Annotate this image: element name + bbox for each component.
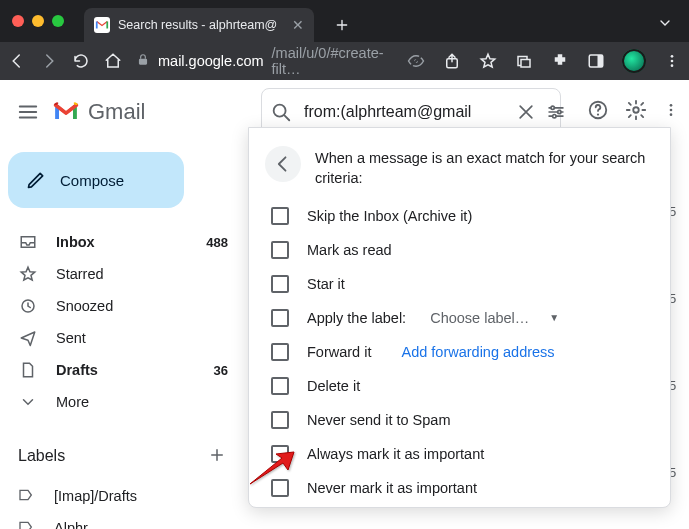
sidebar-item-snoozed[interactable]: Snoozed xyxy=(8,290,240,322)
panel-title: When a message is an exact match for you… xyxy=(315,146,654,189)
window-controls xyxy=(12,15,64,27)
eye-icon[interactable] xyxy=(406,51,426,71)
compose-button[interactable]: Compose xyxy=(8,152,184,208)
sidebar-item-more[interactable]: More xyxy=(8,386,240,418)
share-icon[interactable] xyxy=(442,51,462,71)
label-text: Alphr xyxy=(54,520,88,529)
url-bar[interactable]: mail.google.com/mail/u/0/#create-filt… xyxy=(136,45,384,77)
browser-tab[interactable]: Search results - alphrteam@ ✕ xyxy=(84,8,314,42)
svg-point-10 xyxy=(670,64,673,67)
checkbox[interactable] xyxy=(271,241,289,259)
sidebar-item-drafts[interactable]: Drafts 36 xyxy=(8,354,240,386)
star-icon[interactable] xyxy=(478,51,498,71)
gmail-logo-icon xyxy=(52,98,80,126)
sidebar-item-starred[interactable]: Starred xyxy=(8,258,240,290)
option-never-important: Never mark it as important xyxy=(271,479,654,497)
checkbox[interactable] xyxy=(271,411,289,429)
option-apply-label: Apply the label: Choose label… ▼ xyxy=(271,309,654,327)
sidebar-item-label: Starred xyxy=(56,266,210,282)
maximize-icon[interactable] xyxy=(52,15,64,27)
svg-point-14 xyxy=(551,106,554,109)
option-label: Never mark it as important xyxy=(307,480,477,496)
option-label: Skip the Inbox (Archive it) xyxy=(307,208,472,224)
main-content: 5555 When a message is an exact match fo… xyxy=(248,144,689,529)
extensions-icon[interactable] xyxy=(550,51,570,71)
sidebar-item-label: Drafts xyxy=(56,362,196,378)
list-row-fragment: 5 xyxy=(669,204,689,219)
browser-address-bar: mail.google.com/mail/u/0/#create-filt… xyxy=(0,42,689,80)
settings-icon[interactable] xyxy=(625,99,647,125)
sidepanel-icon[interactable] xyxy=(586,51,606,71)
send-icon xyxy=(18,328,38,348)
search-icon[interactable] xyxy=(270,101,292,123)
checkbox[interactable] xyxy=(271,309,289,327)
option-star-it: Star it xyxy=(271,275,654,293)
gmail-favicon-icon xyxy=(94,17,110,33)
label-icon xyxy=(18,487,36,505)
close-icon[interactable] xyxy=(12,15,24,27)
option-label: Star it xyxy=(307,276,345,292)
tab-list-button[interactable] xyxy=(657,15,673,35)
svg-point-21 xyxy=(670,109,673,112)
checkbox[interactable] xyxy=(271,445,289,463)
create-filter-panel: When a message is an exact match for you… xyxy=(248,127,671,508)
sidebar-item-count: 36 xyxy=(214,363,228,378)
checkbox[interactable] xyxy=(271,343,289,361)
checkbox[interactable] xyxy=(271,377,289,395)
gmail-wordmark: Gmail xyxy=(88,99,145,125)
tabgroup-icon[interactable] xyxy=(514,51,534,71)
home-icon[interactable] xyxy=(104,51,122,71)
checkbox[interactable] xyxy=(271,207,289,225)
gmail-brand[interactable]: Gmail xyxy=(52,98,145,126)
gmail-sidebar: Compose Inbox 488 Starred Snoozed Sent D… xyxy=(0,144,248,529)
checkbox[interactable] xyxy=(271,275,289,293)
url-host: mail.google.com xyxy=(158,53,264,69)
help-icon[interactable] xyxy=(587,99,609,125)
add-label-icon[interactable] xyxy=(208,446,228,466)
forward-icon xyxy=(40,51,58,71)
kebab-icon[interactable] xyxy=(663,102,679,122)
add-forwarding-link[interactable]: Add forwarding address xyxy=(401,344,554,360)
list-row-fragment: 5 xyxy=(669,465,689,480)
svg-point-8 xyxy=(670,55,673,58)
label-item[interactable]: [Imap]/Drafts xyxy=(8,480,240,512)
option-skip-inbox: Skip the Inbox (Archive it) xyxy=(271,207,654,225)
label-select[interactable]: Choose label… ▼ xyxy=(430,310,559,326)
search-input[interactable] xyxy=(302,102,506,122)
svg-point-15 xyxy=(558,110,561,113)
back-icon[interactable] xyxy=(8,51,26,71)
clock-icon xyxy=(18,296,38,316)
label-item[interactable]: Alphr xyxy=(8,512,240,529)
sidebar-item-inbox[interactable]: Inbox 488 xyxy=(8,226,240,258)
option-label: Forward it xyxy=(307,344,371,360)
lock-icon xyxy=(136,53,150,70)
search-options-icon[interactable] xyxy=(546,101,566,123)
list-row-fragment: 5 xyxy=(669,378,689,393)
option-forward: Forward it Add forwarding address xyxy=(271,343,654,361)
panel-back-button[interactable] xyxy=(265,146,301,182)
sidebar-item-sent[interactable]: Sent xyxy=(8,322,240,354)
tab-close-icon[interactable]: ✕ xyxy=(292,17,304,33)
svg-point-18 xyxy=(597,113,599,115)
option-always-important: Always mark it as important xyxy=(271,445,654,463)
kebab-icon[interactable] xyxy=(662,51,682,71)
svg-point-19 xyxy=(633,107,639,113)
option-never-spam: Never send it to Spam xyxy=(271,411,654,429)
new-tab-button[interactable] xyxy=(328,11,356,39)
option-label: Never send it to Spam xyxy=(307,412,450,428)
browser-tab-bar: Search results - alphrteam@ ✕ xyxy=(0,0,689,42)
reload-icon[interactable] xyxy=(72,51,90,71)
svg-point-22 xyxy=(670,113,673,116)
option-mark-read: Mark as read xyxy=(271,241,654,259)
option-label: Apply the label: xyxy=(307,310,406,326)
clear-search-icon[interactable] xyxy=(516,101,536,123)
sidebar-item-count: 488 xyxy=(206,235,228,250)
option-label: Mark as read xyxy=(307,242,392,258)
menu-icon[interactable] xyxy=(16,100,40,124)
checkbox[interactable] xyxy=(271,479,289,497)
labels-heading: Labels xyxy=(18,447,208,465)
minimize-icon[interactable] xyxy=(32,15,44,27)
profile-avatar[interactable] xyxy=(622,49,646,73)
label-icon xyxy=(18,519,36,529)
pencil-icon xyxy=(26,170,46,190)
